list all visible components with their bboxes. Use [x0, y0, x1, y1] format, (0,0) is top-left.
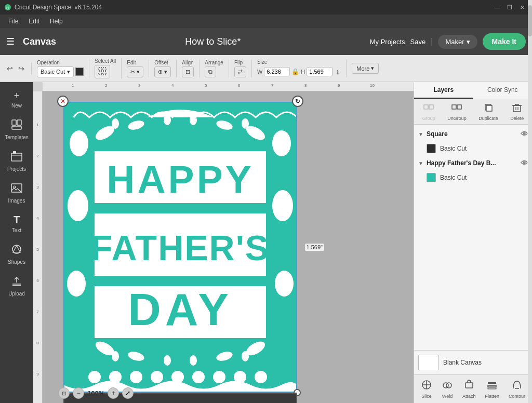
sidebar-item-upload[interactable]: Upload — [3, 271, 31, 301]
delete-action[interactable]: Delete — [510, 102, 524, 121]
restore-button[interactable]: ❐ — [504, 3, 515, 12]
tab-color-sync[interactable]: Color Sync — [473, 82, 533, 99]
hamburger-menu[interactable]: ☰ — [6, 36, 15, 47]
svg-rect-2 — [99, 68, 102, 71]
layer-group-square-header[interactable]: ▼ Square 👁 — [414, 127, 532, 141]
rotate-handle[interactable]: ↻ — [292, 96, 303, 107]
tab-layers[interactable]: Layers — [414, 82, 473, 99]
group-action[interactable]: Group — [422, 102, 435, 121]
sidebar-item-text[interactable]: T Text — [3, 210, 31, 237]
sidebar-item-templates[interactable]: Templates — [3, 115, 31, 144]
menu-file[interactable]: File — [4, 17, 22, 26]
my-projects-button[interactable]: My Projects — [370, 38, 405, 46]
fathers-day-color-icon[interactable] — [427, 173, 436, 182]
make-it-button[interactable]: Make It — [483, 33, 526, 50]
square-collapse-arrow[interactable]: ▼ — [418, 131, 423, 137]
sidebar-item-new[interactable]: + New — [3, 86, 31, 113]
svg-rect-73 — [488, 385, 496, 387]
weld-tool[interactable]: Weld — [442, 379, 453, 399]
save-button[interactable]: Save — [410, 38, 426, 46]
right-panel: Layers Color Sync Group UnGroup — [414, 82, 532, 403]
more-label: More — [356, 65, 369, 72]
height-input[interactable] — [307, 67, 332, 76]
flatten-tool[interactable]: Flatten — [485, 379, 499, 399]
more-button[interactable]: More ▾ — [352, 63, 379, 74]
right-scrollbar-thumb[interactable] — [528, 5, 532, 36]
fathers-day-collapse-arrow[interactable]: ▼ — [418, 160, 423, 166]
arrange-button[interactable]: ⧉ — [205, 66, 216, 77]
layer-group-fathers-day-header[interactable]: ▼ Happy Father's Day B... 👁 — [414, 156, 532, 170]
svg-rect-63 — [513, 105, 521, 112]
lock-icon[interactable]: 🔒 — [291, 68, 299, 75]
slice-tool[interactable]: Slice — [421, 379, 432, 399]
redo-button[interactable]: ↪ — [17, 63, 26, 74]
svg-rect-60 — [457, 105, 461, 109]
svg-rect-7 — [17, 120, 21, 125]
attach-tool[interactable]: Attach — [462, 379, 476, 399]
duplicate-action[interactable]: Duplicate — [478, 102, 498, 121]
zoom-fit-button[interactable]: ⊡ — [58, 387, 70, 399]
header: ☰ Canvas How to Slice* My Projects Save … — [0, 28, 532, 55]
minimize-button[interactable]: — — [491, 3, 503, 12]
svg-point-23 — [112, 118, 119, 129]
layer-item-fathers-day-basic-cut[interactable]: Basic Cut — [414, 170, 532, 185]
ruler-left-2: 2 — [36, 154, 38, 158]
canvas-content[interactable]: HAPPY FATHER'S — [43, 91, 414, 403]
ungroup-action[interactable]: UnGroup — [447, 102, 467, 121]
app-icon: C — [4, 4, 11, 11]
ungroup-icon — [451, 102, 462, 115]
offset-button[interactable]: ⊕ ▾ — [154, 66, 171, 77]
design-svg[interactable]: HAPPY FATHER'S — [63, 102, 297, 393]
ruler-num-3: 3 — [138, 83, 140, 88]
ruler-num-8: 8 — [304, 83, 307, 88]
ruler-left-9: 9 — [36, 372, 38, 377]
layer-item-square-basic-cut[interactable]: Basic Cut — [414, 141, 532, 156]
panel-footer: Blank Canvas — [414, 350, 532, 374]
sidebar-item-projects[interactable]: Projects — [3, 146, 31, 176]
svg-rect-3 — [103, 68, 106, 71]
edit-label: Edit — [127, 60, 136, 65]
close-button[interactable]: ✕ — [516, 3, 528, 12]
size-label: Size — [257, 59, 267, 65]
operation-dropdown[interactable]: Basic Cut ▾ — [37, 66, 74, 77]
fit-to-screen-button[interactable]: ⤢ — [122, 387, 134, 399]
fathers-day-visibility-icon[interactable]: 👁 — [521, 159, 528, 167]
flip-button[interactable]: ⇄ — [234, 66, 246, 77]
maker-button[interactable]: Maker ▾ — [438, 35, 477, 49]
undo-button[interactable]: ↩ — [5, 63, 15, 74]
ruler-left-8: 8 — [36, 341, 38, 345]
svg-text:C: C — [6, 6, 9, 10]
svg-point-42 — [190, 355, 197, 366]
svg-rect-71 — [466, 383, 473, 388]
svg-rect-29 — [63, 203, 297, 213]
width-input[interactable] — [264, 67, 290, 76]
design-container[interactable]: HAPPY FATHER'S — [63, 102, 297, 393]
ruler-num-4: 4 — [171, 83, 174, 88]
square-visibility-icon[interactable]: 👁 — [521, 130, 528, 138]
svg-text:HAPPY: HAPPY — [107, 157, 254, 201]
svg-text:DAY: DAY — [128, 284, 233, 335]
svg-point-55 — [67, 271, 86, 297]
menu-edit[interactable]: Edit — [24, 17, 44, 26]
edit-button[interactable]: ✂ ▾ — [127, 66, 143, 77]
canvas-area[interactable]: 1 2 3 4 5 6 7 8 9 10 1 2 3 4 5 6 7 8 9 — [33, 82, 414, 403]
align-button[interactable]: ⊟ — [182, 66, 194, 77]
ungroup-label: UnGroup — [447, 116, 467, 121]
svg-point-40 — [112, 351, 119, 361]
ruler-num-7: 7 — [271, 83, 273, 88]
zoom-plus-button[interactable]: + — [108, 387, 119, 399]
select-all-button[interactable] — [95, 65, 110, 78]
contour-tool[interactable]: Contour — [509, 379, 525, 399]
delete-handle[interactable]: ✕ — [57, 96, 69, 107]
canvas-label: Canvas — [23, 36, 56, 47]
menu-help[interactable]: Help — [46, 17, 67, 26]
sidebar-item-images[interactable]: Images — [3, 178, 31, 208]
right-scrollbar[interactable] — [528, 0, 532, 403]
sidebar-item-shapes[interactable]: Shapes — [3, 239, 31, 269]
svg-rect-10 — [13, 151, 16, 154]
shapes-icon — [11, 244, 22, 258]
resize-icon[interactable]: ↕ — [334, 66, 341, 77]
zoom-minus-button[interactable]: − — [73, 387, 84, 399]
square-color-icon[interactable] — [427, 144, 436, 153]
color-swatch[interactable] — [75, 68, 84, 76]
